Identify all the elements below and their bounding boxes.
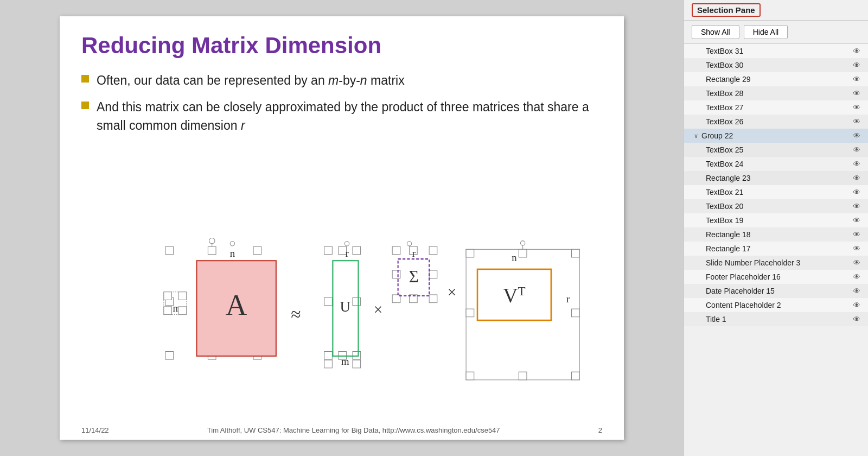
svg-text:r: r <box>566 293 570 305</box>
svg-rect-16 <box>164 292 172 300</box>
list-item-textbox-26[interactable]: TextBox 26👁 <box>684 115 868 129</box>
svg-text:m: m <box>341 356 349 367</box>
list-item-left-rectangle-18: Rectangle 18 <box>694 230 751 239</box>
svg-text:Σ: Σ <box>409 267 419 286</box>
bullet-text-2: And this matrix can be closely approxima… <box>97 98 602 135</box>
bullet-square-1 <box>81 75 89 83</box>
list-item-label-textbox-21: TextBox 21 <box>706 188 743 197</box>
slide: Reducing Matrix Dimension Often, our dat… <box>60 16 624 440</box>
footer-credit: Tim Althoff, UW CS547: Machine Learning … <box>207 426 500 434</box>
list-item-left-textbox-26: TextBox 26 <box>694 117 743 126</box>
list-item-left-textbox-31: TextBox 31 <box>694 47 743 55</box>
visibility-icon-slide-number-placeholder-3[interactable]: 👁 <box>853 258 860 267</box>
diagram-svg: n A m ≈ <box>103 233 602 407</box>
svg-text:×: × <box>374 301 383 318</box>
list-item-left-textbox-28: TextBox 28 <box>694 89 743 98</box>
list-item-textbox-30[interactable]: TextBox 30👁 <box>684 58 868 72</box>
svg-rect-17 <box>178 292 187 300</box>
list-item-label-group-22: Group 22 <box>701 131 733 140</box>
footer-date: 11/14/22 <box>81 426 109 434</box>
visibility-icon-rectangle-17[interactable]: 👁 <box>853 244 860 253</box>
visibility-icon-textbox-28[interactable]: 👁 <box>853 89 860 98</box>
hide-all-button[interactable]: Hide All <box>744 25 788 39</box>
bullet-item-1: Often, our data can be represented by an… <box>81 72 602 90</box>
list-item-textbox-21[interactable]: TextBox 21👁 <box>684 185 868 199</box>
panel-title: Selection Pane <box>692 3 761 17</box>
list-item-label-textbox-30: TextBox 30 <box>706 61 743 69</box>
list-item-date-placeholder-15[interactable]: Date Placeholder 15👁 <box>684 284 868 298</box>
list-item-textbox-20[interactable]: TextBox 20👁 <box>684 199 868 213</box>
visibility-icon-rectangle-29[interactable]: 👁 <box>853 75 860 84</box>
list-item-textbox-28[interactable]: TextBox 28👁 <box>684 86 868 100</box>
visibility-icon-textbox-21[interactable]: 👁 <box>853 188 860 197</box>
show-all-button[interactable]: Show All <box>692 25 739 39</box>
visibility-icon-textbox-19[interactable]: 👁 <box>853 216 860 225</box>
svg-rect-19 <box>178 307 187 315</box>
svg-rect-1 <box>253 246 261 255</box>
svg-rect-6 <box>208 246 216 255</box>
list-item-rectangle-18[interactable]: Rectangle 18👁 <box>684 227 868 242</box>
svg-point-9 <box>209 238 215 243</box>
svg-rect-55 <box>466 309 474 317</box>
svg-text:n: n <box>512 252 517 263</box>
list-item-title-1[interactable]: Title 1👁 <box>684 312 868 326</box>
slide-title: Reducing Matrix Dimension <box>81 33 602 59</box>
visibility-icon-rectangle-23[interactable]: 👁 <box>853 174 860 182</box>
visibility-icon-textbox-24[interactable]: 👁 <box>853 160 860 168</box>
list-item-textbox-24[interactable]: TextBox 24👁 <box>684 157 868 171</box>
list-item-left-content-placeholder-2: Content Placeholder 2 <box>694 301 781 309</box>
visibility-icon-group-22[interactable]: 👁 <box>853 131 860 140</box>
visibility-icon-title-1[interactable]: 👁 <box>853 315 860 324</box>
svg-text:U: U <box>340 299 351 315</box>
list-item-left-rectangle-23: Rectangle 23 <box>706 174 751 182</box>
visibility-icon-rectangle-18[interactable]: 👁 <box>853 230 860 239</box>
slide-content: Often, our data can be represented by an… <box>81 72 602 135</box>
list-item-footer-placeholder-16[interactable]: Footer Placeholder 16👁 <box>684 270 868 284</box>
visibility-icon-textbox-26[interactable]: 👁 <box>853 117 860 126</box>
main-area: Reducing Matrix Dimension Often, our dat… <box>0 0 684 456</box>
visibility-icon-footer-placeholder-16[interactable]: 👁 <box>853 273 860 281</box>
visibility-icon-date-placeholder-15[interactable]: 👁 <box>853 287 860 295</box>
list-item-textbox-19[interactable]: TextBox 19👁 <box>684 213 868 227</box>
bullet-text-1: Often, our data can be represented by an… <box>97 72 405 90</box>
svg-rect-23 <box>353 246 361 255</box>
svg-rect-40 <box>392 295 400 303</box>
svg-rect-0 <box>165 246 174 255</box>
bullet-square-2 <box>81 102 89 109</box>
list-item-label-rectangle-29: Rectangle 29 <box>706 75 751 84</box>
svg-rect-41 <box>429 295 437 303</box>
visibility-icon-textbox-30[interactable]: 👁 <box>853 61 860 69</box>
list-item-rectangle-17[interactable]: Rectangle 17👁 <box>684 242 868 256</box>
list-item-label-rectangle-23: Rectangle 23 <box>706 174 751 182</box>
list-item-label-textbox-27: TextBox 27 <box>706 103 743 112</box>
visibility-icon-textbox-20[interactable]: 👁 <box>853 202 860 211</box>
visibility-icon-content-placeholder-2[interactable]: 👁 <box>853 301 860 309</box>
list-item-textbox-25[interactable]: TextBox 25👁 <box>684 143 868 157</box>
list-item-slide-number-placeholder-3[interactable]: Slide Number Placeholder 3👁 <box>684 256 868 270</box>
diagram-area: n A m ≈ <box>103 233 602 407</box>
svg-rect-39 <box>429 246 437 255</box>
list-item-textbox-27[interactable]: TextBox 27👁 <box>684 100 868 115</box>
list-item-left-rectangle-17: Rectangle 17 <box>694 244 751 253</box>
chevron-icon-group-22[interactable]: ∨ <box>694 132 698 140</box>
visibility-icon-textbox-31[interactable]: 👁 <box>853 47 860 55</box>
svg-rect-42 <box>392 270 400 278</box>
list-item-left-date-placeholder-15: Date Placeholder 15 <box>694 287 775 295</box>
svg-point-21 <box>344 242 349 246</box>
svg-rect-53 <box>466 372 474 380</box>
list-item-rectangle-29[interactable]: Rectangle 29👁 <box>684 72 868 86</box>
svg-rect-22 <box>324 246 333 255</box>
list-item-left-footer-placeholder-16: Footer Placeholder 16 <box>694 273 781 281</box>
footer-page: 2 <box>598 426 602 434</box>
svg-rect-38 <box>392 246 400 255</box>
list-item-content-placeholder-2[interactable]: Content Placeholder 2👁 <box>684 298 868 312</box>
svg-text:n: n <box>230 248 235 259</box>
bullet-item-2: And this matrix can be closely approxima… <box>81 98 602 135</box>
list-item-group-22[interactable]: ∨Group 22👁 <box>684 129 868 143</box>
list-item-label-rectangle-18: Rectangle 18 <box>706 230 751 239</box>
list-item-textbox-31[interactable]: TextBox 31👁 <box>684 44 868 58</box>
visibility-icon-textbox-27[interactable]: 👁 <box>853 103 860 112</box>
list-item-rectangle-23[interactable]: Rectangle 23👁 <box>684 171 868 185</box>
visibility-icon-textbox-25[interactable]: 👁 <box>853 145 860 154</box>
list-item-label-textbox-24: TextBox 24 <box>706 160 743 168</box>
